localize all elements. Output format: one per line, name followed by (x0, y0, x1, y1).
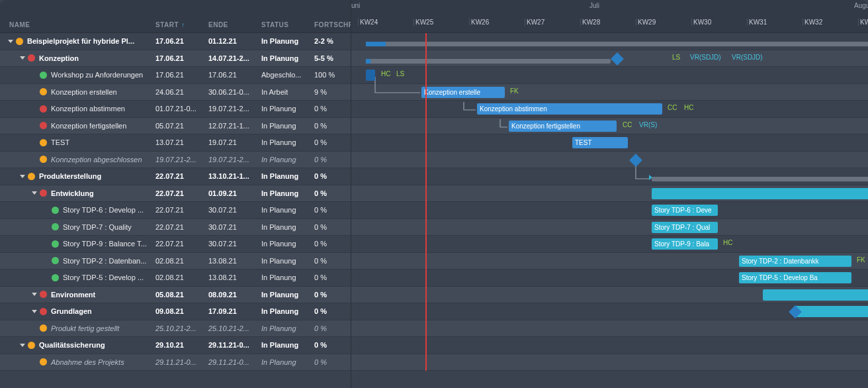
task-name-cell[interactable]: Konzeption erstellen (0, 88, 155, 96)
task-row[interactable]: Konnzeption abgeschlossen19.07.21-2...19… (0, 152, 351, 169)
task-row[interactable]: Story TDP-9 : Balance T...22.07.2130.07.… (0, 236, 351, 253)
task-row[interactable]: Beispielprojekt für hybride Pl...17.06.2… (0, 33, 351, 50)
gantt-row[interactable] (351, 185, 868, 203)
milestone-icon[interactable] (611, 52, 624, 66)
week-label[interactable]: KW27 (525, 19, 580, 26)
gantt-row[interactable] (351, 337, 868, 354)
week-label[interactable]: KW31 (747, 19, 803, 26)
expand-icon[interactable] (32, 310, 37, 313)
task-bar[interactable]: Konzeption fertigstellen (509, 121, 617, 132)
gantt-row[interactable] (351, 152, 868, 169)
task-bar[interactable]: Story TDP-5 : Develop Ba (739, 272, 851, 283)
task-row[interactable]: Story TDP-5 : Develop ...02.08.2113.08.2… (0, 269, 351, 287)
task-row[interactable]: Story TDP-2 : Datenban...02.08.2113.08.2… (0, 253, 351, 270)
task-bar[interactable] (763, 289, 868, 301)
col-header-progress[interactable]: FORTSCHRITT (314, 21, 351, 28)
summary-bar[interactable] (652, 177, 868, 181)
task-bar[interactable]: Story TDP-2 : Datenbankk (739, 256, 851, 267)
expand-icon[interactable] (32, 293, 37, 296)
task-bar[interactable]: Story TDP-6 : Deve (652, 205, 718, 216)
task-row[interactable]: Konzeption17.06.2114.07.21-2...In Planun… (0, 50, 351, 68)
task-name-cell[interactable]: Workshop zu Anforderungen (0, 71, 155, 79)
task-name-cell[interactable]: Story TDP-7 : Quality (0, 223, 155, 231)
expand-icon[interactable] (20, 344, 25, 347)
task-name-cell[interactable]: Story TDP-9 : Balance T... (0, 240, 155, 248)
gantt-row[interactable] (351, 303, 868, 320)
task-name-cell[interactable]: Konzeption abstimmen (0, 105, 155, 113)
week-label[interactable]: KW25 (413, 19, 469, 26)
task-name-cell[interactable]: Konzeption fertigstellen (0, 122, 155, 130)
gantt-row[interactable] (351, 168, 868, 185)
task-name-cell[interactable]: Entwicklung (0, 189, 155, 197)
task-name-cell[interactable]: Konnzeption abgeschlossen (0, 156, 155, 164)
task-name-cell[interactable]: Story TDP-2 : Datenban... (0, 257, 155, 265)
task-name-cell[interactable]: Produkt fertig gestellt (0, 324, 155, 332)
expand-icon[interactable] (8, 40, 13, 43)
task-name-cell[interactable]: Grundlagen (0, 307, 155, 315)
week-label[interactable]: KW33 (858, 19, 868, 26)
week-label[interactable]: KW28 (580, 19, 636, 26)
task-name-cell[interactable]: Story TDP-5 : Develop ... (0, 273, 155, 281)
expand-icon[interactable] (32, 191, 37, 195)
summary-bar[interactable] (366, 42, 868, 46)
col-header-start[interactable]: START↑ (155, 21, 208, 28)
gantt-row[interactable]: TEST (351, 134, 868, 152)
expand-icon[interactable] (20, 56, 25, 60)
task-row[interactable]: Konzeption abstimmen01.07.21-0...19.07.2… (0, 101, 351, 118)
task-bar[interactable]: TEST (572, 137, 628, 148)
task-bar[interactable]: Konzeption abstimmen (477, 103, 662, 115)
gantt-row[interactable] (351, 320, 868, 338)
task-row[interactable]: Konzeption erstellen24.06.2130.06.21-0..… (0, 84, 351, 101)
task-bar[interactable]: Konzeption erstelle (421, 87, 505, 98)
gantt-row[interactable]: Konzeption abstimmenCCHC (351, 101, 868, 118)
gantt-chart[interactable]: JuniJuliAugust KW24KW25KW26KW27KW28KW29K… (351, 0, 868, 388)
week-label[interactable]: KW30 (691, 19, 747, 26)
task-name-cell[interactable]: Environment (0, 291, 155, 299)
expand-icon[interactable] (20, 175, 25, 178)
task-row[interactable]: Abnahme des Projekts29.11.21-0...29.11.2… (0, 354, 351, 371)
gantt-row[interactable]: HCLS (351, 67, 868, 84)
week-label[interactable]: KW24 (358, 19, 413, 26)
task-name-cell[interactable]: Produkterstellung (0, 172, 155, 180)
task-name-cell[interactable]: Beispielprojekt für hybride Pl... (0, 37, 155, 45)
gantt-row[interactable] (351, 287, 868, 304)
task-row[interactable]: Environment05.08.2108.09.21In Planung0 % (0, 287, 351, 304)
col-header-name[interactable]: NAME (0, 21, 155, 28)
task-row[interactable]: Workshop zu Anforderungen17.06.2117.06.2… (0, 67, 351, 84)
task-row[interactable]: Produkterstellung22.07.2113.10.21-1...In… (0, 168, 351, 185)
task-row[interactable]: Grundlagen09.08.2117.09.21In Planung0 % (0, 303, 351, 320)
task-name-cell[interactable]: TEST (0, 138, 155, 146)
task-name-cell[interactable]: Story TDP-6 : Develop ... (0, 206, 155, 214)
summary-bar[interactable] (366, 59, 611, 64)
gantt-row[interactable]: Story TDP-6 : Deve (351, 202, 868, 219)
col-header-end[interactable]: ENDE (208, 21, 261, 28)
gantt-row[interactable]: Story TDP-9 : BalaHC (351, 236, 868, 253)
gantt-row[interactable]: Konzeption fertigstellenCCVR(S) (351, 118, 868, 135)
task-name-cell[interactable]: Abnahme des Projekts (0, 358, 155, 366)
task-row[interactable]: Story TDP-7 : Quality22.07.2130.07.21In … (0, 219, 351, 236)
gantt-row[interactable]: LSVR(SDJD)VR(SDJD) (351, 50, 868, 68)
task-row[interactable]: Qualitätssicherung29.10.2129.11.21-0...I… (0, 337, 351, 354)
task-bar[interactable]: Story TDP-9 : Bala (652, 238, 718, 250)
week-label[interactable]: KW32 (803, 19, 858, 26)
task-bar[interactable] (795, 306, 868, 317)
task-bar[interactable]: Story TDP-7 : Qual (652, 222, 718, 233)
gantt-row[interactable]: Konzeption erstelleFK (351, 84, 868, 101)
week-label[interactable]: KW29 (636, 19, 691, 26)
task-name-cell[interactable]: Qualitätssicherung (0, 341, 155, 349)
task-row[interactable]: Entwicklung22.07.2101.09.21In Planung0 % (0, 185, 351, 203)
task-name-cell[interactable]: Konzeption (0, 54, 155, 62)
col-header-status[interactable]: STATUS (261, 21, 314, 28)
task-bar[interactable] (366, 70, 375, 81)
task-bar[interactable] (652, 188, 868, 199)
gantt-row[interactable]: Story TDP-7 : Qual (351, 219, 868, 236)
gantt-row[interactable] (351, 354, 868, 371)
task-row[interactable]: Konzeption fertigstellen05.07.2112.07.21… (0, 118, 351, 135)
milestone-icon[interactable] (629, 154, 642, 167)
gantt-row[interactable] (351, 33, 868, 50)
week-label[interactable]: KW26 (469, 19, 525, 26)
task-row[interactable]: TEST13.07.2119.07.21In Planung0 % (0, 134, 351, 152)
task-row[interactable]: Story TDP-6 : Develop ...22.07.2130.07.2… (0, 202, 351, 219)
gantt-row[interactable]: Story TDP-5 : Develop Ba (351, 269, 868, 287)
task-row[interactable]: Produkt fertig gestellt25.10.21-2...25.1… (0, 320, 351, 338)
